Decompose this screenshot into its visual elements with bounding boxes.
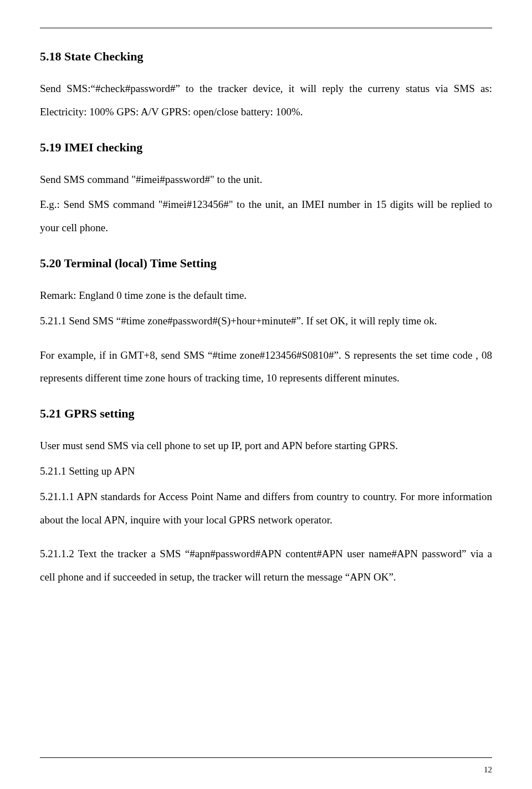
heading-5-21: 5.21 GPRS setting: [40, 406, 492, 421]
paragraph: E.g.: Send SMS command "#imei#123456#" t…: [40, 193, 492, 240]
heading-5-19: 5.19 IMEI checking: [40, 140, 492, 155]
heading-5-18: 5.18 State Checking: [40, 49, 492, 64]
section-5-20: 5.20 Terminal (local) Time Setting Remar…: [40, 256, 492, 390]
top-rule: [40, 28, 492, 28]
page: 5.18 State Checking Send SMS:“#check#pas…: [0, 0, 532, 789]
paragraph: Remark: England 0 time zone is the defau…: [40, 284, 492, 307]
paragraph: Send SMS:“#check#password#” to the track…: [40, 77, 492, 124]
section-5-19: 5.19 IMEI checking Send SMS command "#im…: [40, 140, 492, 240]
paragraph: Send SMS command "#imei#password#" to th…: [40, 168, 492, 191]
paragraph: 5.21.1 Setting up APN: [40, 460, 492, 483]
section-5-21: 5.21 GPRS setting User must send SMS via…: [40, 406, 492, 589]
section-5-18: 5.18 State Checking Send SMS:“#check#pas…: [40, 49, 492, 124]
paragraph: User must send SMS via cell phone to set…: [40, 434, 492, 457]
paragraph: 5.21.1 Send SMS “#time zone#password#(S)…: [40, 309, 492, 333]
paragraph: 5.21.1.1 APN standards for Access Point …: [40, 485, 492, 532]
bottom-rule: [40, 757, 492, 758]
heading-5-20: 5.20 Terminal (local) Time Setting: [40, 256, 492, 271]
paragraph: For example, if in GMT+8, send SMS “#tim…: [40, 344, 492, 390]
paragraph: 5.21.1.2 Text the tracker a SMS “#apn#pa…: [40, 542, 492, 589]
page-number: 12: [484, 765, 492, 775]
